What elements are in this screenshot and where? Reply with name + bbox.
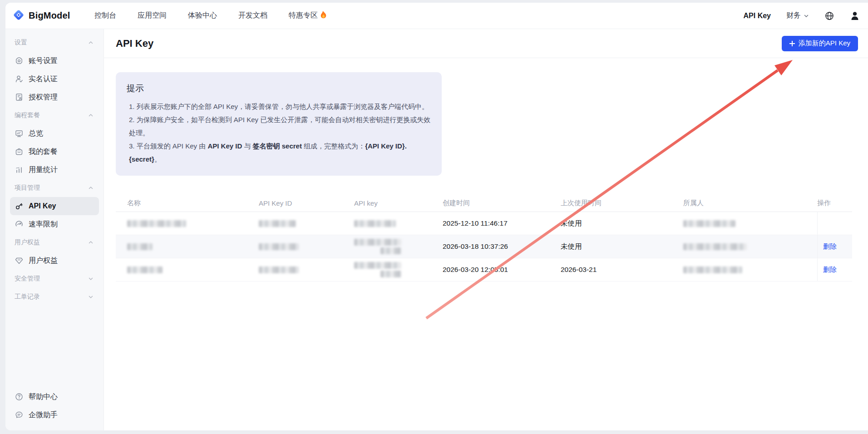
cell-owner-redacted [683, 266, 817, 273]
bag-icon [15, 148, 23, 156]
sidebar-item-account-settings[interactable]: 账号设置 [10, 52, 99, 70]
sidebar: 设置 账号设置 实名认证 授权管理 [5, 29, 104, 430]
cell-name-redacted [116, 243, 259, 250]
document-person-icon [15, 93, 23, 101]
sidebar-section-project-mgmt[interactable]: 项目管理 [5, 179, 104, 197]
monitor-icon [15, 129, 23, 138]
cell-name-redacted [116, 266, 259, 273]
cell-key-id-redacted [259, 266, 354, 273]
chevron-down-icon [804, 13, 809, 19]
tip-line-1: 1. 列表展示您账户下的全部 API Key，请妥善保管，勿与他人共享或暴露于浏… [129, 100, 431, 113]
brand[interactable]: BigModel [13, 9, 81, 23]
sidebar-footer: 帮助中心 企微助手 [5, 388, 104, 424]
cell-actions [817, 212, 852, 235]
cell-key-id-redacted [259, 220, 354, 227]
tip-line-3: 3. 平台颁发的 API Key 由 API Key ID 与 签名密钥 sec… [129, 139, 431, 166]
cell-owner-redacted [683, 220, 817, 227]
sidebar-item-my-plan[interactable]: 我的套餐 [10, 143, 99, 161]
app-window: BigModel 控制台 应用空间 体验中心 开发文档 特惠专区 API Key… [5, 3, 868, 430]
delete-link[interactable]: 删除 [823, 266, 837, 274]
question-circle-icon [15, 393, 23, 401]
nav-finance-menu[interactable]: 财务 [786, 11, 809, 20]
col-header-created: 创建时间 [443, 199, 561, 207]
cell-created: 2026-03-20 12:05:01 [443, 266, 561, 274]
plus-icon [789, 41, 795, 46]
main-area: API Key 添加新的API Key 提示 1. 列表展示您账户下的全部 AP… [104, 29, 868, 430]
bigmodel-logo-icon [13, 9, 25, 23]
sidebar-section-security-mgmt[interactable]: 安全管理 [5, 270, 104, 288]
cell-created: 2026-03-18 10:37:26 [443, 242, 561, 251]
col-header-key: API key [354, 199, 443, 207]
api-key-table: 名称 API Key ID API key 创建时间 上次使用时间 所属人 操作… [116, 195, 852, 281]
sidebar-section-coding-plan[interactable]: 编程套餐 [5, 106, 104, 124]
key-icon [15, 202, 23, 210]
col-header-key-id: API Key ID [259, 199, 354, 207]
primary-nav: 控制台 应用空间 体验中心 开发文档 特惠专区 [94, 11, 327, 20]
cell-last-used: 未使用 [561, 242, 683, 252]
cell-key-redacted [354, 239, 443, 254]
sidebar-section-user-benefits[interactable]: 用户权益 [5, 233, 104, 252]
nav-item-deals[interactable]: 特惠专区 [289, 11, 327, 20]
sidebar-item-real-name[interactable]: 实名认证 [10, 70, 99, 88]
sidebar-item-wecom-assistant[interactable]: 企微助手 [10, 406, 99, 424]
sidebar-item-rate-limit[interactable]: 速率限制 [10, 215, 99, 233]
gauge-icon [15, 220, 23, 228]
sidebar-item-overview[interactable]: 总览 [10, 124, 99, 143]
tip-line-2: 2. 为保障账户安全，如平台检测到 API Key 已发生公开泄露，可能会自动对… [129, 113, 431, 139]
sidebar-item-authorization[interactable]: 授权管理 [10, 88, 99, 106]
cell-name-redacted [116, 220, 259, 227]
chat-bubble-icon [15, 411, 23, 419]
page-header: API Key 添加新的API Key [104, 29, 868, 58]
globe-icon[interactable] [824, 11, 834, 21]
nav-item-console[interactable]: 控制台 [94, 11, 116, 20]
cell-key-redacted [354, 220, 443, 227]
person-check-icon [15, 75, 23, 83]
tip-box: 提示 1. 列表展示您账户下的全部 API Key，请妥善保管，勿与他人共享或暴… [116, 72, 442, 176]
cell-owner-redacted [683, 243, 817, 250]
chevron-up-icon [88, 40, 94, 45]
tip-title: 提示 [127, 83, 431, 94]
gear-icon [15, 57, 23, 65]
nav-api-key-link[interactable]: API Key [744, 12, 771, 20]
cell-key-id-redacted [259, 243, 354, 250]
col-header-name: 名称 [116, 199, 259, 207]
add-api-key-button[interactable]: 添加新的API Key [782, 36, 858, 51]
fire-icon [320, 11, 327, 20]
chevron-up-icon [88, 113, 94, 118]
nav-item-docs[interactable]: 开发文档 [238, 11, 267, 20]
sidebar-item-usage-stats[interactable]: 用量统计 [10, 161, 99, 179]
table-row: 2026-03-18 10:37:26 未使用 删除 [116, 235, 852, 258]
bar-chart-icon [15, 166, 23, 174]
top-nav: BigModel 控制台 应用空间 体验中心 开发文档 特惠专区 API Key… [5, 3, 868, 29]
chevron-down-icon [88, 294, 94, 300]
table-row: 2025-12-10 11:46:17 未使用 [116, 212, 852, 235]
chevron-down-icon [88, 276, 94, 281]
sidebar-section-settings[interactable]: 设置 [5, 34, 104, 52]
delete-link[interactable]: 删除 [823, 242, 837, 251]
user-avatar-icon[interactable] [850, 11, 860, 21]
cell-created: 2025-12-10 11:46:17 [443, 219, 561, 227]
nav-right: API Key 财务 [744, 11, 860, 21]
sidebar-item-api-key[interactable]: API Key [10, 197, 99, 215]
sidebar-item-help-center[interactable]: 帮助中心 [10, 388, 99, 406]
chevron-up-icon [88, 240, 94, 245]
page-content: 提示 1. 列表展示您账户下的全部 API Key，请妥善保管，勿与他人共享或暴… [104, 58, 868, 430]
sidebar-section-tickets[interactable]: 工单记录 [5, 288, 104, 306]
cell-key-redacted [354, 262, 443, 277]
col-header-actions: 操作 [817, 199, 852, 207]
nav-item-experience[interactable]: 体验中心 [188, 11, 217, 20]
gem-icon [15, 256, 23, 265]
col-header-owner: 所属人 [683, 199, 817, 207]
chevron-up-icon [88, 185, 94, 191]
brand-name: BigModel [29, 10, 70, 21]
table-header-row: 名称 API Key ID API key 创建时间 上次使用时间 所属人 操作 [116, 195, 852, 212]
nav-item-apps[interactable]: 应用空间 [138, 11, 167, 20]
cell-last-used: 2026-03-21 [561, 266, 683, 274]
cell-actions: 删除 [817, 235, 852, 258]
cell-actions: 删除 [817, 258, 852, 281]
cell-last-used: 未使用 [561, 219, 683, 228]
col-header-last-used: 上次使用时间 [561, 199, 683, 207]
page-title: API Key [116, 38, 153, 49]
table-row: 2026-03-20 12:05:01 2026-03-21 删除 [116, 258, 852, 281]
sidebar-item-benefits[interactable]: 用户权益 [10, 252, 99, 270]
